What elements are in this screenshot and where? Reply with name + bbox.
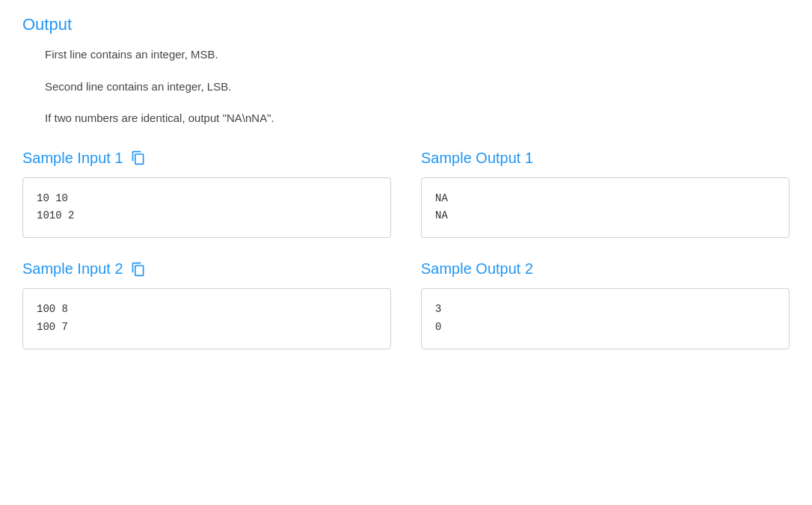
sample-input-box-2: 100 8 100 7 xyxy=(22,288,391,349)
sample-input-box-1: 10 10 1010 2 xyxy=(22,177,391,239)
sample-output-section-2: Sample Output 2 3 0 xyxy=(421,260,790,349)
sample-input-line-1-2: 1010 2 xyxy=(37,207,377,225)
sample-output-line-2-2: 0 xyxy=(435,319,775,337)
sample-output-line-1-2: NA xyxy=(435,207,775,225)
output-section: Output First line contains an integer, M… xyxy=(22,15,790,127)
copy-icon-2[interactable] xyxy=(131,262,146,277)
sample-row-1: Sample Input 1 10 10 1010 2 Sample Outpu… xyxy=(22,150,790,239)
output-desc-3: If two numbers are identical, output "NA… xyxy=(45,110,790,127)
sample-input-line-1-1: 10 10 xyxy=(37,190,377,208)
sample-output-box-2: 3 0 xyxy=(421,288,790,349)
sample-input-section-1: Sample Input 1 10 10 1010 2 xyxy=(22,150,391,239)
output-title: Output xyxy=(22,15,790,34)
sample-output-title-1: Sample Output 1 xyxy=(421,150,790,167)
sample-input-line-2-1: 100 8 xyxy=(37,301,377,319)
sample-row-2: Sample Input 2 100 8 100 7 Sample Output… xyxy=(22,260,790,349)
sample-input-section-2: Sample Input 2 100 8 100 7 xyxy=(22,260,391,349)
output-desc-2: Second line contains an integer, LSB. xyxy=(45,79,790,96)
output-description: First line contains an integer, MSB. Sec… xyxy=(22,46,790,127)
sample-input-title-1: Sample Input 1 xyxy=(22,150,391,167)
sample-output-section-1: Sample Output 1 NA NA xyxy=(421,150,790,239)
sample-input-title-2: Sample Input 2 xyxy=(22,260,391,278)
sample-input-line-2-2: 100 7 xyxy=(37,319,377,337)
sample-output-line-2-1: 3 xyxy=(435,301,775,319)
copy-icon-1[interactable] xyxy=(131,150,146,165)
sample-output-line-1-1: NA xyxy=(435,190,775,208)
output-desc-1: First line contains an integer, MSB. xyxy=(45,46,790,64)
sample-output-title-2: Sample Output 2 xyxy=(421,260,790,278)
sample-output-box-1: NA NA xyxy=(421,177,790,239)
